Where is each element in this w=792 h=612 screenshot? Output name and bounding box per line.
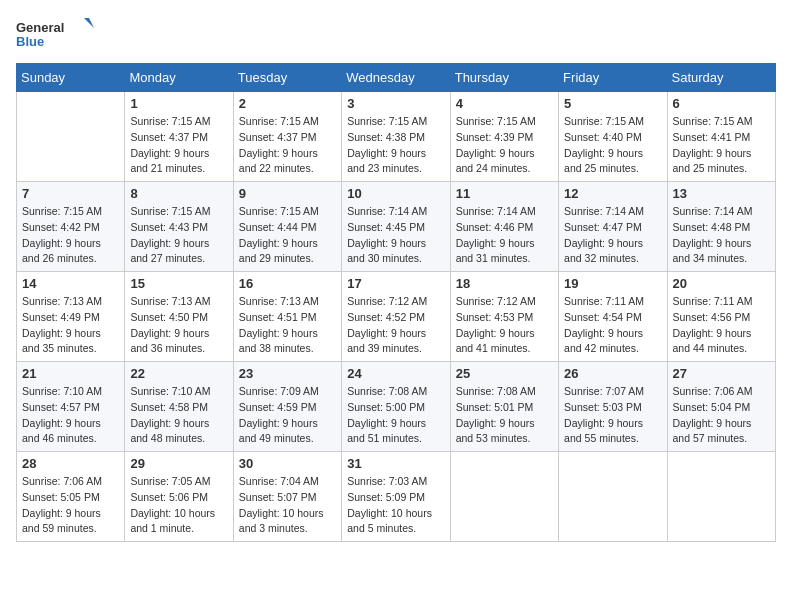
day-number: 10 xyxy=(347,186,444,201)
day-number: 28 xyxy=(22,456,119,471)
day-number: 23 xyxy=(239,366,336,381)
header-cell-wednesday: Wednesday xyxy=(342,64,450,92)
day-cell: 27Sunrise: 7:06 AMSunset: 5:04 PMDayligh… xyxy=(667,362,775,452)
day-number: 3 xyxy=(347,96,444,111)
day-cell: 3Sunrise: 7:15 AMSunset: 4:38 PMDaylight… xyxy=(342,92,450,182)
logo: General Blue xyxy=(16,16,96,51)
day-cell: 20Sunrise: 7:11 AMSunset: 4:56 PMDayligh… xyxy=(667,272,775,362)
header-cell-sunday: Sunday xyxy=(17,64,125,92)
header-cell-saturday: Saturday xyxy=(667,64,775,92)
day-cell: 23Sunrise: 7:09 AMSunset: 4:59 PMDayligh… xyxy=(233,362,341,452)
day-detail: Sunrise: 7:08 AMSunset: 5:01 PMDaylight:… xyxy=(456,384,553,447)
day-detail: Sunrise: 7:15 AMSunset: 4:42 PMDaylight:… xyxy=(22,204,119,267)
day-cell: 28Sunrise: 7:06 AMSunset: 5:05 PMDayligh… xyxy=(17,452,125,542)
day-detail: Sunrise: 7:06 AMSunset: 5:04 PMDaylight:… xyxy=(673,384,770,447)
day-number: 30 xyxy=(239,456,336,471)
day-detail: Sunrise: 7:10 AMSunset: 4:57 PMDaylight:… xyxy=(22,384,119,447)
day-cell: 6Sunrise: 7:15 AMSunset: 4:41 PMDaylight… xyxy=(667,92,775,182)
day-cell: 25Sunrise: 7:08 AMSunset: 5:01 PMDayligh… xyxy=(450,362,558,452)
svg-text:Blue: Blue xyxy=(16,34,44,49)
header-cell-friday: Friday xyxy=(559,64,667,92)
day-detail: Sunrise: 7:15 AMSunset: 4:37 PMDaylight:… xyxy=(130,114,227,177)
day-number: 29 xyxy=(130,456,227,471)
day-number: 1 xyxy=(130,96,227,111)
day-cell: 14Sunrise: 7:13 AMSunset: 4:49 PMDayligh… xyxy=(17,272,125,362)
day-detail: Sunrise: 7:11 AMSunset: 4:54 PMDaylight:… xyxy=(564,294,661,357)
day-cell: 7Sunrise: 7:15 AMSunset: 4:42 PMDaylight… xyxy=(17,182,125,272)
day-detail: Sunrise: 7:14 AMSunset: 4:47 PMDaylight:… xyxy=(564,204,661,267)
day-detail: Sunrise: 7:14 AMSunset: 4:45 PMDaylight:… xyxy=(347,204,444,267)
day-number: 24 xyxy=(347,366,444,381)
day-number: 8 xyxy=(130,186,227,201)
day-number: 4 xyxy=(456,96,553,111)
calendar-table: SundayMondayTuesdayWednesdayThursdayFrid… xyxy=(16,63,776,542)
week-row-5: 28Sunrise: 7:06 AMSunset: 5:05 PMDayligh… xyxy=(17,452,776,542)
header-cell-tuesday: Tuesday xyxy=(233,64,341,92)
day-number: 20 xyxy=(673,276,770,291)
logo-icon: General Blue xyxy=(16,16,96,51)
day-number: 19 xyxy=(564,276,661,291)
day-number: 26 xyxy=(564,366,661,381)
day-cell xyxy=(450,452,558,542)
day-detail: Sunrise: 7:15 AMSunset: 4:44 PMDaylight:… xyxy=(239,204,336,267)
day-detail: Sunrise: 7:04 AMSunset: 5:07 PMDaylight:… xyxy=(239,474,336,537)
day-detail: Sunrise: 7:15 AMSunset: 4:38 PMDaylight:… xyxy=(347,114,444,177)
day-number: 16 xyxy=(239,276,336,291)
day-detail: Sunrise: 7:14 AMSunset: 4:48 PMDaylight:… xyxy=(673,204,770,267)
day-cell: 8Sunrise: 7:15 AMSunset: 4:43 PMDaylight… xyxy=(125,182,233,272)
day-number: 13 xyxy=(673,186,770,201)
day-cell: 5Sunrise: 7:15 AMSunset: 4:40 PMDaylight… xyxy=(559,92,667,182)
day-detail: Sunrise: 7:07 AMSunset: 5:03 PMDaylight:… xyxy=(564,384,661,447)
day-cell xyxy=(667,452,775,542)
day-detail: Sunrise: 7:10 AMSunset: 4:58 PMDaylight:… xyxy=(130,384,227,447)
day-cell: 21Sunrise: 7:10 AMSunset: 4:57 PMDayligh… xyxy=(17,362,125,452)
day-detail: Sunrise: 7:15 AMSunset: 4:39 PMDaylight:… xyxy=(456,114,553,177)
day-cell: 29Sunrise: 7:05 AMSunset: 5:06 PMDayligh… xyxy=(125,452,233,542)
day-number: 17 xyxy=(347,276,444,291)
day-detail: Sunrise: 7:05 AMSunset: 5:06 PMDaylight:… xyxy=(130,474,227,537)
day-number: 15 xyxy=(130,276,227,291)
week-row-1: 1Sunrise: 7:15 AMSunset: 4:37 PMDaylight… xyxy=(17,92,776,182)
day-number: 7 xyxy=(22,186,119,201)
day-cell: 19Sunrise: 7:11 AMSunset: 4:54 PMDayligh… xyxy=(559,272,667,362)
header-cell-monday: Monday xyxy=(125,64,233,92)
header-cell-thursday: Thursday xyxy=(450,64,558,92)
day-detail: Sunrise: 7:13 AMSunset: 4:51 PMDaylight:… xyxy=(239,294,336,357)
day-cell: 9Sunrise: 7:15 AMSunset: 4:44 PMDaylight… xyxy=(233,182,341,272)
day-cell: 10Sunrise: 7:14 AMSunset: 4:45 PMDayligh… xyxy=(342,182,450,272)
day-number: 25 xyxy=(456,366,553,381)
day-number: 6 xyxy=(673,96,770,111)
day-cell xyxy=(17,92,125,182)
day-detail: Sunrise: 7:15 AMSunset: 4:43 PMDaylight:… xyxy=(130,204,227,267)
day-cell: 13Sunrise: 7:14 AMSunset: 4:48 PMDayligh… xyxy=(667,182,775,272)
day-cell: 1Sunrise: 7:15 AMSunset: 4:37 PMDaylight… xyxy=(125,92,233,182)
day-cell xyxy=(559,452,667,542)
day-detail: Sunrise: 7:12 AMSunset: 4:53 PMDaylight:… xyxy=(456,294,553,357)
day-cell: 11Sunrise: 7:14 AMSunset: 4:46 PMDayligh… xyxy=(450,182,558,272)
day-cell: 16Sunrise: 7:13 AMSunset: 4:51 PMDayligh… xyxy=(233,272,341,362)
week-row-2: 7Sunrise: 7:15 AMSunset: 4:42 PMDaylight… xyxy=(17,182,776,272)
day-number: 27 xyxy=(673,366,770,381)
day-cell: 15Sunrise: 7:13 AMSunset: 4:50 PMDayligh… xyxy=(125,272,233,362)
day-number: 11 xyxy=(456,186,553,201)
day-cell: 24Sunrise: 7:08 AMSunset: 5:00 PMDayligh… xyxy=(342,362,450,452)
day-detail: Sunrise: 7:08 AMSunset: 5:00 PMDaylight:… xyxy=(347,384,444,447)
day-number: 2 xyxy=(239,96,336,111)
day-cell: 4Sunrise: 7:15 AMSunset: 4:39 PMDaylight… xyxy=(450,92,558,182)
day-cell: 2Sunrise: 7:15 AMSunset: 4:37 PMDaylight… xyxy=(233,92,341,182)
day-number: 18 xyxy=(456,276,553,291)
day-cell: 18Sunrise: 7:12 AMSunset: 4:53 PMDayligh… xyxy=(450,272,558,362)
day-number: 9 xyxy=(239,186,336,201)
day-number: 12 xyxy=(564,186,661,201)
day-detail: Sunrise: 7:13 AMSunset: 4:50 PMDaylight:… xyxy=(130,294,227,357)
day-detail: Sunrise: 7:15 AMSunset: 4:41 PMDaylight:… xyxy=(673,114,770,177)
day-number: 5 xyxy=(564,96,661,111)
day-number: 21 xyxy=(22,366,119,381)
day-cell: 30Sunrise: 7:04 AMSunset: 5:07 PMDayligh… xyxy=(233,452,341,542)
week-row-3: 14Sunrise: 7:13 AMSunset: 4:49 PMDayligh… xyxy=(17,272,776,362)
day-detail: Sunrise: 7:03 AMSunset: 5:09 PMDaylight:… xyxy=(347,474,444,537)
day-number: 31 xyxy=(347,456,444,471)
week-row-4: 21Sunrise: 7:10 AMSunset: 4:57 PMDayligh… xyxy=(17,362,776,452)
day-cell: 12Sunrise: 7:14 AMSunset: 4:47 PMDayligh… xyxy=(559,182,667,272)
svg-marker-2 xyxy=(84,18,94,28)
